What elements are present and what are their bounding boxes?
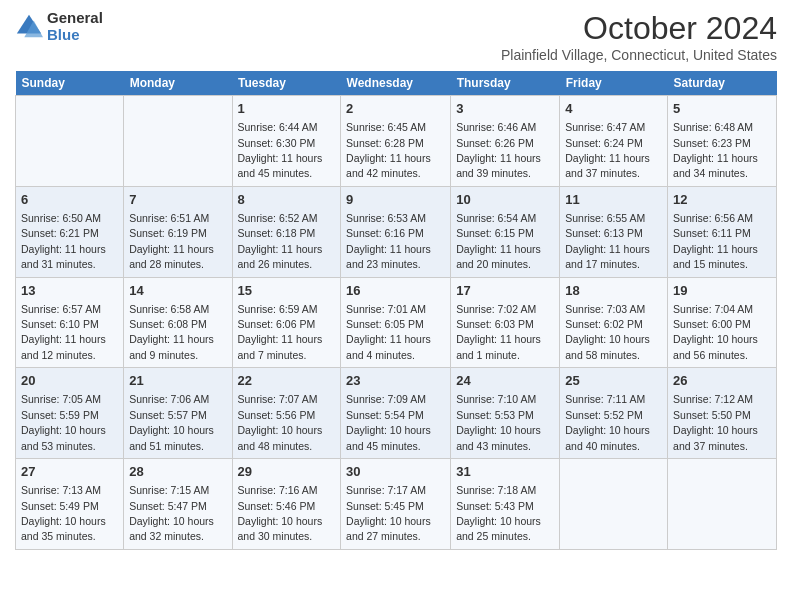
day-number: 9 [346,191,445,209]
day-info: Sunrise: 6:52 AM Sunset: 6:18 PM Dayligh… [238,212,323,270]
calendar-cell: 17Sunrise: 7:02 AM Sunset: 6:03 PM Dayli… [451,277,560,368]
day-number: 23 [346,372,445,390]
calendar-cell: 16Sunrise: 7:01 AM Sunset: 6:05 PM Dayli… [341,277,451,368]
calendar-cell [560,459,668,550]
day-number: 13 [21,282,118,300]
day-info: Sunrise: 7:15 AM Sunset: 5:47 PM Dayligh… [129,484,214,542]
logo-blue-text: Blue [47,27,103,44]
calendar-cell: 10Sunrise: 6:54 AM Sunset: 6:15 PM Dayli… [451,186,560,277]
day-number: 24 [456,372,554,390]
day-info: Sunrise: 7:07 AM Sunset: 5:56 PM Dayligh… [238,393,323,451]
day-info: Sunrise: 6:48 AM Sunset: 6:23 PM Dayligh… [673,121,758,179]
day-info: Sunrise: 6:45 AM Sunset: 6:28 PM Dayligh… [346,121,431,179]
day-info: Sunrise: 6:56 AM Sunset: 6:11 PM Dayligh… [673,212,758,270]
calendar-cell: 29Sunrise: 7:16 AM Sunset: 5:46 PM Dayli… [232,459,341,550]
calendar-cell: 27Sunrise: 7:13 AM Sunset: 5:49 PM Dayli… [16,459,124,550]
day-number: 31 [456,463,554,481]
day-number: 27 [21,463,118,481]
day-info: Sunrise: 6:53 AM Sunset: 6:16 PM Dayligh… [346,212,431,270]
logo-icon [15,13,43,41]
day-info: Sunrise: 7:11 AM Sunset: 5:52 PM Dayligh… [565,393,650,451]
day-info: Sunrise: 6:50 AM Sunset: 6:21 PM Dayligh… [21,212,106,270]
calendar-table: SundayMondayTuesdayWednesdayThursdayFrid… [15,71,777,550]
page-header: General Blue October 2024 Plainfield Vil… [15,10,777,63]
day-number: 29 [238,463,336,481]
location-title: Plainfield Village, Connecticut, United … [501,47,777,63]
day-number: 3 [456,100,554,118]
calendar-week-row: 1Sunrise: 6:44 AM Sunset: 6:30 PM Daylig… [16,96,777,187]
day-info: Sunrise: 7:12 AM Sunset: 5:50 PM Dayligh… [673,393,758,451]
day-number: 25 [565,372,662,390]
day-number: 10 [456,191,554,209]
day-info: Sunrise: 7:01 AM Sunset: 6:05 PM Dayligh… [346,303,431,361]
calendar-cell: 5Sunrise: 6:48 AM Sunset: 6:23 PM Daylig… [668,96,777,187]
calendar-cell: 15Sunrise: 6:59 AM Sunset: 6:06 PM Dayli… [232,277,341,368]
day-info: Sunrise: 7:02 AM Sunset: 6:03 PM Dayligh… [456,303,541,361]
day-number: 1 [238,100,336,118]
day-info: Sunrise: 6:57 AM Sunset: 6:10 PM Dayligh… [21,303,106,361]
calendar-cell [124,96,232,187]
month-title: October 2024 [501,10,777,47]
calendar-header-friday: Friday [560,71,668,96]
day-info: Sunrise: 7:18 AM Sunset: 5:43 PM Dayligh… [456,484,541,542]
calendar-week-row: 13Sunrise: 6:57 AM Sunset: 6:10 PM Dayli… [16,277,777,368]
calendar-cell: 1Sunrise: 6:44 AM Sunset: 6:30 PM Daylig… [232,96,341,187]
day-info: Sunrise: 6:44 AM Sunset: 6:30 PM Dayligh… [238,121,323,179]
calendar-header-monday: Monday [124,71,232,96]
day-number: 16 [346,282,445,300]
calendar-cell: 19Sunrise: 7:04 AM Sunset: 6:00 PM Dayli… [668,277,777,368]
calendar-cell: 4Sunrise: 6:47 AM Sunset: 6:24 PM Daylig… [560,96,668,187]
day-info: Sunrise: 7:05 AM Sunset: 5:59 PM Dayligh… [21,393,106,451]
calendar-header-thursday: Thursday [451,71,560,96]
calendar-cell: 13Sunrise: 6:57 AM Sunset: 6:10 PM Dayli… [16,277,124,368]
calendar-cell: 31Sunrise: 7:18 AM Sunset: 5:43 PM Dayli… [451,459,560,550]
calendar-cell: 3Sunrise: 6:46 AM Sunset: 6:26 PM Daylig… [451,96,560,187]
day-number: 4 [565,100,662,118]
day-number: 15 [238,282,336,300]
day-info: Sunrise: 6:47 AM Sunset: 6:24 PM Dayligh… [565,121,650,179]
calendar-cell: 7Sunrise: 6:51 AM Sunset: 6:19 PM Daylig… [124,186,232,277]
day-number: 14 [129,282,226,300]
calendar-cell: 18Sunrise: 7:03 AM Sunset: 6:02 PM Dayli… [560,277,668,368]
day-number: 8 [238,191,336,209]
day-number: 17 [456,282,554,300]
calendar-cell: 14Sunrise: 6:58 AM Sunset: 6:08 PM Dayli… [124,277,232,368]
day-number: 5 [673,100,771,118]
day-info: Sunrise: 7:16 AM Sunset: 5:46 PM Dayligh… [238,484,323,542]
calendar-cell: 11Sunrise: 6:55 AM Sunset: 6:13 PM Dayli… [560,186,668,277]
day-info: Sunrise: 7:13 AM Sunset: 5:49 PM Dayligh… [21,484,106,542]
day-number: 20 [21,372,118,390]
day-number: 18 [565,282,662,300]
day-info: Sunrise: 6:55 AM Sunset: 6:13 PM Dayligh… [565,212,650,270]
day-info: Sunrise: 6:51 AM Sunset: 6:19 PM Dayligh… [129,212,214,270]
calendar-cell: 8Sunrise: 6:52 AM Sunset: 6:18 PM Daylig… [232,186,341,277]
day-info: Sunrise: 6:54 AM Sunset: 6:15 PM Dayligh… [456,212,541,270]
logo: General Blue [15,10,103,43]
calendar-cell: 20Sunrise: 7:05 AM Sunset: 5:59 PM Dayli… [16,368,124,459]
calendar-cell: 23Sunrise: 7:09 AM Sunset: 5:54 PM Dayli… [341,368,451,459]
day-number: 21 [129,372,226,390]
calendar-week-row: 20Sunrise: 7:05 AM Sunset: 5:59 PM Dayli… [16,368,777,459]
day-info: Sunrise: 7:17 AM Sunset: 5:45 PM Dayligh… [346,484,431,542]
calendar-header-saturday: Saturday [668,71,777,96]
calendar-week-row: 27Sunrise: 7:13 AM Sunset: 5:49 PM Dayli… [16,459,777,550]
calendar-cell: 24Sunrise: 7:10 AM Sunset: 5:53 PM Dayli… [451,368,560,459]
day-number: 6 [21,191,118,209]
day-info: Sunrise: 7:03 AM Sunset: 6:02 PM Dayligh… [565,303,650,361]
calendar-cell: 9Sunrise: 6:53 AM Sunset: 6:16 PM Daylig… [341,186,451,277]
calendar-header-tuesday: Tuesday [232,71,341,96]
day-info: Sunrise: 7:04 AM Sunset: 6:00 PM Dayligh… [673,303,758,361]
calendar-cell: 21Sunrise: 7:06 AM Sunset: 5:57 PM Dayli… [124,368,232,459]
calendar-cell: 25Sunrise: 7:11 AM Sunset: 5:52 PM Dayli… [560,368,668,459]
title-block: October 2024 Plainfield Village, Connect… [501,10,777,63]
day-number: 28 [129,463,226,481]
calendar-cell: 26Sunrise: 7:12 AM Sunset: 5:50 PM Dayli… [668,368,777,459]
logo-general-text: General [47,10,103,27]
day-info: Sunrise: 6:59 AM Sunset: 6:06 PM Dayligh… [238,303,323,361]
day-info: Sunrise: 6:46 AM Sunset: 6:26 PM Dayligh… [456,121,541,179]
day-number: 2 [346,100,445,118]
day-number: 7 [129,191,226,209]
calendar-cell [16,96,124,187]
day-info: Sunrise: 6:58 AM Sunset: 6:08 PM Dayligh… [129,303,214,361]
calendar-header-wednesday: Wednesday [341,71,451,96]
